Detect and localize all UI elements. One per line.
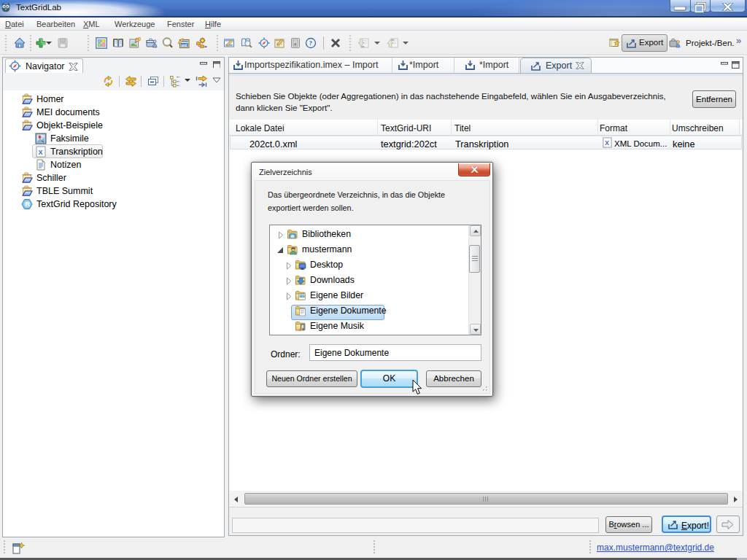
svg-text:X: X [39,149,43,156]
svg-text:X: X [605,139,609,147]
svg-text:xml: xml [181,44,187,47]
svg-text:R: R [25,201,30,208]
svg-text:?: ? [309,39,312,47]
